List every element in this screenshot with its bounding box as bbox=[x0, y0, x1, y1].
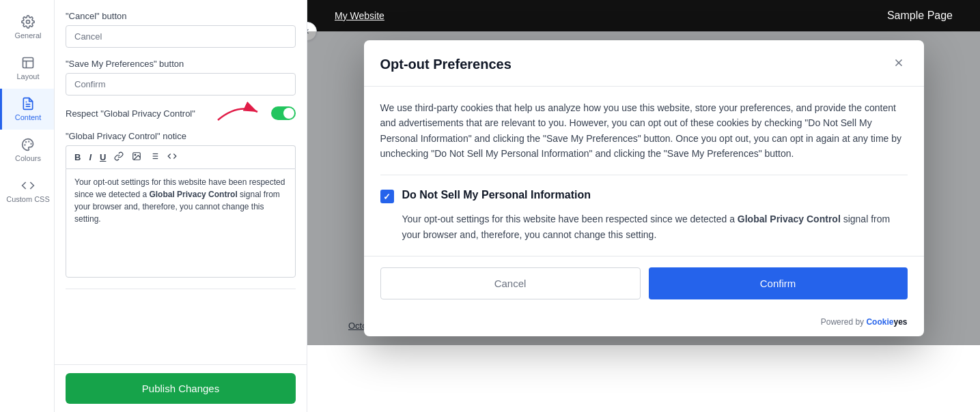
save-pref-button-label: "Save My Preferences" button bbox=[66, 59, 296, 69]
do-not-sell-label: Do Not Sell My Personal Information bbox=[402, 189, 591, 201]
gear-icon bbox=[21, 15, 35, 29]
list-button[interactable] bbox=[147, 150, 162, 164]
file-text-icon bbox=[21, 97, 35, 111]
list-icon bbox=[150, 151, 159, 161]
svg-point-12 bbox=[135, 154, 136, 156]
sidebar-navigation: General Layout Content Colours Custom CS… bbox=[0, 0, 55, 412]
publish-btn-wrap: Publish Changes bbox=[55, 364, 307, 412]
svg-point-8 bbox=[26, 142, 27, 143]
cancel-button-section: "Cancel" button bbox=[66, 11, 296, 48]
do-not-sell-checkbox[interactable] bbox=[380, 190, 394, 203]
gpc-toggle-row: Respect "Global Privacy Control" bbox=[66, 106, 296, 120]
underline-button[interactable]: U bbox=[97, 151, 109, 164]
modal-powered-by: Powered by Cookieyes bbox=[364, 310, 924, 336]
red-arrow-annotation bbox=[211, 100, 266, 127]
cancel-button-label: "Cancel" button bbox=[66, 11, 296, 21]
preview-body: Opt-out Preferences We use third-party c… bbox=[307, 31, 980, 345]
checkbox-description: Your opt-out settings for this website h… bbox=[402, 211, 908, 242]
modal-body: We use third-party cookies that help us … bbox=[364, 87, 924, 256]
preview-area: My Website Sample Page Opt-out Preferenc… bbox=[307, 0, 980, 412]
save-pref-button-section: "Save My Preferences" button bbox=[66, 59, 296, 95]
modal-footer: Cancel Confirm bbox=[364, 256, 924, 310]
layout-icon bbox=[21, 56, 35, 70]
publish-button[interactable]: Publish Changes bbox=[66, 373, 296, 404]
preview-site-link[interactable]: My Website bbox=[335, 10, 384, 21]
svg-point-9 bbox=[25, 145, 25, 145]
svg-rect-1 bbox=[23, 58, 33, 68]
preview-header: My Website Sample Page bbox=[307, 0, 980, 31]
svg-point-7 bbox=[31, 143, 31, 144]
gpc-notice-label: "Global Privacy Control" notice bbox=[66, 131, 296, 141]
image-button[interactable] bbox=[129, 150, 144, 164]
modal-cancel-button[interactable]: Cancel bbox=[380, 267, 641, 299]
preview-nav-item: Sample Page bbox=[887, 10, 953, 22]
cancel-button-input[interactable] bbox=[66, 25, 296, 48]
sidebar-item-general[interactable]: General bbox=[0, 7, 54, 48]
cookieyes-brand: Cookieyes bbox=[866, 317, 907, 327]
save-pref-button-input[interactable] bbox=[66, 73, 296, 95]
palette-icon bbox=[21, 138, 35, 151]
svg-point-6 bbox=[29, 141, 29, 142]
bold-button[interactable]: B bbox=[72, 151, 83, 164]
svg-point-0 bbox=[27, 20, 30, 24]
modal-title: Opt-out Preferences bbox=[380, 57, 512, 72]
gpc-notice-editor[interactable]: Your opt-out settings for this website h… bbox=[66, 168, 296, 278]
code-icon bbox=[21, 179, 35, 192]
sidebar-item-label: Layout bbox=[16, 72, 39, 80]
opt-out-preferences-modal: Opt-out Preferences We use third-party c… bbox=[364, 40, 924, 336]
modal-close-button[interactable] bbox=[890, 54, 908, 75]
modal-header: Opt-out Preferences bbox=[364, 40, 924, 87]
panel-divider bbox=[66, 289, 296, 289]
sidebar-item-label: Content bbox=[15, 113, 42, 121]
code-editor-icon bbox=[167, 151, 177, 161]
sidebar-item-custom-css[interactable]: Custom CSS bbox=[0, 171, 54, 211]
gpc-notice-section: "Global Privacy Control" notice B I U bbox=[66, 131, 296, 278]
powered-by-text: Powered by bbox=[821, 317, 864, 327]
sidebar-item-label: Custom CSS bbox=[6, 195, 50, 203]
image-icon bbox=[132, 151, 141, 161]
modal-confirm-button[interactable]: Confirm bbox=[649, 267, 908, 299]
code-editor-button[interactable] bbox=[165, 150, 180, 164]
italic-button[interactable]: I bbox=[86, 151, 94, 164]
close-icon bbox=[893, 57, 905, 69]
sidebar-item-label: Colours bbox=[15, 154, 41, 162]
gpc-toggle-label: Respect "Global Privacy Control" bbox=[66, 108, 195, 119]
sidebar-item-content[interactable]: Content bbox=[0, 89, 54, 130]
do-not-sell-checkbox-row: Do Not Sell My Personal Information bbox=[380, 189, 908, 203]
modal-description: We use third-party cookies that help us … bbox=[380, 100, 908, 162]
link-button[interactable] bbox=[111, 150, 126, 164]
sidebar-item-layout[interactable]: Layout bbox=[0, 48, 54, 89]
sidebar-item-colours[interactable]: Colours bbox=[0, 130, 54, 171]
modal-overlay: Opt-out Preferences We use third-party c… bbox=[307, 31, 980, 345]
modal-section-divider bbox=[380, 175, 908, 175]
gpc-toggle[interactable] bbox=[271, 106, 296, 120]
link-icon bbox=[114, 151, 124, 161]
content-panel: "Cancel" button "Save My Preferences" bu… bbox=[55, 0, 307, 412]
sidebar-item-label: General bbox=[14, 31, 41, 40]
editor-toolbar: B I U bbox=[66, 145, 296, 168]
